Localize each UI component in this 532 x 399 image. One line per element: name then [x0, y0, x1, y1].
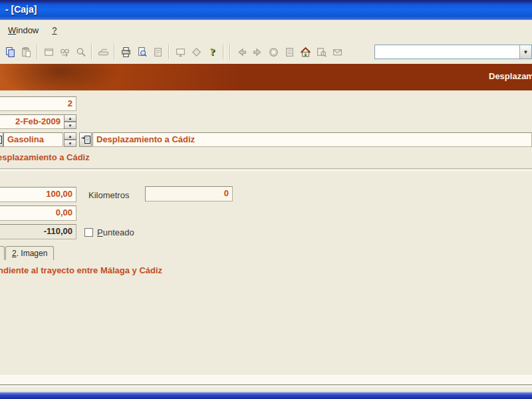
importe2-field[interactable]: 0,00	[0, 205, 76, 221]
menu-window[interactable]: Window	[3, 23, 44, 37]
address-combo-input[interactable]	[375, 45, 519, 59]
refresh-icon[interactable]	[281, 44, 297, 60]
form-header-band: Desplazam	[0, 64, 532, 90]
descripcion-field[interactable]: Desplazamiento a Cádiz	[92, 132, 532, 147]
forward-icon[interactable]	[249, 44, 265, 60]
scanner-icon[interactable]	[95, 44, 111, 60]
spinner-up-icon[interactable]: ▲	[64, 114, 76, 122]
paste-icon[interactable]	[18, 44, 34, 60]
monitor-icon[interactable]	[172, 44, 188, 60]
mail-icon[interactable]	[329, 44, 345, 60]
fecha-spinner: ▲ ▼	[64, 114, 76, 129]
concepto-field[interactable]: Gasolina	[3, 132, 63, 147]
toolbar-separator	[37, 45, 38, 59]
stop-icon[interactable]	[265, 44, 281, 60]
lookup-icon	[80, 134, 91, 145]
saldo-field[interactable]: -110,00	[0, 224, 76, 239]
menu-help[interactable]: ?	[47, 23, 62, 37]
status-divider	[0, 384, 532, 387]
print-preview-icon[interactable]	[134, 44, 150, 60]
help-icon[interactable]	[204, 44, 220, 60]
concepto-spinner: ▲ ▼	[64, 132, 76, 147]
web-search-icon[interactable]	[313, 44, 329, 60]
toolbar-items	[2, 44, 345, 60]
descripcion-lookup-button[interactable]	[79, 132, 92, 147]
toolbar-separator	[229, 45, 231, 59]
fecha-field[interactable]: 2-Feb-2009	[0, 114, 65, 129]
zoom-icon[interactable]	[72, 44, 88, 60]
tab-partial-left[interactable]	[0, 246, 5, 260]
observaciones-note: ndiente al trayecto entre Málaga y Cádiz	[0, 265, 162, 275]
toolbar: ▼	[0, 40, 532, 64]
toolbar-separator	[168, 45, 170, 59]
back-icon[interactable]	[233, 44, 249, 60]
tab-imagen[interactable]: 2. Imagen	[5, 246, 54, 260]
status-strip	[0, 375, 532, 385]
new-window-icon[interactable]	[41, 44, 57, 60]
kilometros-label: Kilometros	[88, 190, 129, 200]
publish-icon[interactable]	[188, 44, 204, 60]
find-next-icon[interactable]	[57, 44, 72, 60]
toolbar-separator	[114, 45, 115, 59]
section-divider	[0, 168, 532, 171]
spinner-down-icon[interactable]: ▼	[64, 140, 76, 147]
address-combobox[interactable]: ▼	[374, 45, 532, 59]
numero-field[interactable]: 2	[0, 96, 76, 111]
form-header-title: Desplazam	[489, 71, 532, 81]
application-window: - [Caja] Window ? ▼ Desplazam 2 2-Feb-20…	[0, 0, 532, 399]
window-title: - [Caja]	[5, 0, 37, 19]
toolbar-separator	[91, 45, 92, 59]
home-icon[interactable]	[297, 44, 313, 60]
taskbar-edge	[0, 392, 532, 399]
title-bar: - [Caja]	[0, 0, 532, 20]
punteado-label[interactable]: Punteado	[97, 227, 134, 237]
spinner-up-icon[interactable]: ▲	[64, 132, 76, 140]
punteado-checkbox[interactable]	[84, 228, 93, 237]
toolbar-separator	[223, 45, 224, 59]
kilometros-field[interactable]: 0	[145, 186, 233, 201]
menu-bar: Window ?	[0, 20, 532, 40]
save-icon[interactable]	[150, 44, 166, 60]
spinner-down-icon[interactable]: ▼	[64, 122, 76, 129]
chevron-down-icon[interactable]: ▼	[519, 45, 531, 59]
descripcion-label: esplazamiento a Cádiz	[0, 152, 90, 162]
print-icon[interactable]	[118, 44, 134, 60]
importe-field[interactable]: 100,00	[0, 187, 76, 202]
copy-icon[interactable]	[2, 44, 18, 60]
